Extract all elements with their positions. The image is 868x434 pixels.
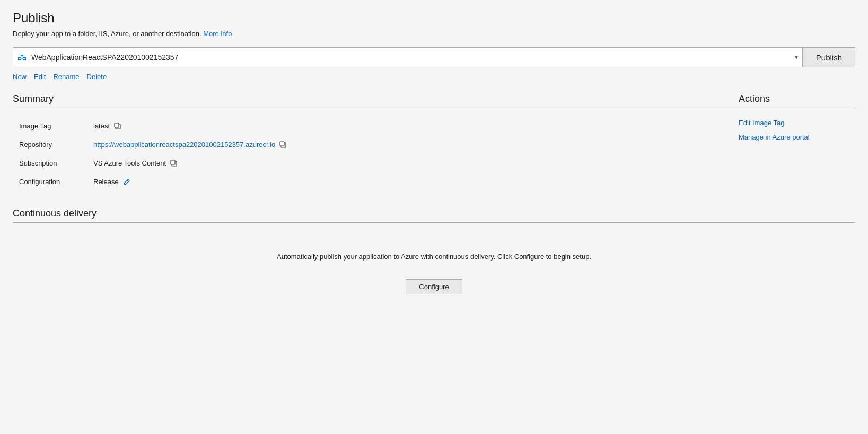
manage-azure-portal-link[interactable]: Manage in Azure portal [739,133,855,141]
continuous-delivery-section: Continuous delivery Automatically publis… [13,208,855,305]
profile-actions: New Edit Rename Delete [13,73,855,81]
repository-label: Repository [19,141,93,149]
image-tag-text: latest [93,122,110,130]
svg-rect-5 [171,160,175,164]
configuration-edit-icon[interactable] [123,178,130,186]
summary-table: Image Tag latest Repository [13,117,739,191]
summary-divider [13,108,739,108]
continuous-delivery-divider [13,222,855,223]
image-tag-value: latest [93,122,121,130]
page-title: Publish [13,11,855,25]
svg-rect-3 [280,142,284,146]
new-link[interactable]: New [13,73,27,81]
configuration-value: Release [93,178,130,186]
image-tag-copy-icon[interactable] [114,123,121,130]
configuration-label: Configuration [19,178,93,186]
summary-row-repository: Repository https://webapplicationreactsp… [13,135,739,154]
configure-button[interactable]: Configure [406,279,462,294]
profile-dropdown[interactable]: WebApplicationReactSPA220201002152357 [31,53,791,62]
delete-link[interactable]: Delete [87,73,107,81]
page-container: Publish Deploy your app to a folder, IIS… [0,0,868,434]
repository-value: https://webapplicationreactspa2202010021… [93,141,287,149]
subscription-label: Subscription [19,159,93,167]
two-column-layout: Summary Image Tag latest [13,93,855,191]
actions-title: Actions [739,93,855,105]
publish-button[interactable]: Publish [803,47,855,67]
rename-link[interactable]: Rename [53,73,79,81]
actions-section: Actions Edit Image Tag Manage in Azure p… [739,93,855,191]
configuration-text: Release [93,178,119,186]
summary-row-image-tag: Image Tag latest [13,117,739,135]
repository-link[interactable]: https://webapplicationreactspa2202010021… [93,141,275,149]
summary-row-subscription: Subscription VS Azure Tools Content [13,154,739,172]
cloud-icon: 🖧 [17,52,27,63]
image-tag-label: Image Tag [19,122,93,130]
actions-divider [739,108,855,108]
chevron-down-icon: ▾ [795,54,798,61]
continuous-delivery-body: Automatically publish your application t… [13,231,855,305]
summary-section: Summary Image Tag latest [13,93,739,191]
actions-links: Edit Image Tag Manage in Azure portal [739,117,855,141]
subscription-copy-icon[interactable] [170,160,178,167]
repository-copy-icon[interactable] [279,141,287,149]
page-subtitle: Deploy your app to a folder, IIS, Azure,… [13,30,855,38]
continuous-delivery-description: Automatically publish your application t… [13,253,855,261]
summary-title: Summary [13,93,739,105]
edit-image-tag-link[interactable]: Edit Image Tag [739,119,855,127]
more-info-link[interactable]: More info [203,30,232,38]
subscription-value: VS Azure Tools Content [93,159,178,167]
subscription-text: VS Azure Tools Content [93,159,166,167]
svg-rect-1 [115,123,119,127]
profile-bar: 🖧 WebApplicationReactSPA220201002152357 … [13,47,855,67]
profile-select-wrapper: 🖧 WebApplicationReactSPA220201002152357 … [13,47,803,67]
summary-row-configuration: Configuration Release [13,172,739,191]
edit-link[interactable]: Edit [34,73,46,81]
continuous-delivery-title: Continuous delivery [13,208,855,219]
